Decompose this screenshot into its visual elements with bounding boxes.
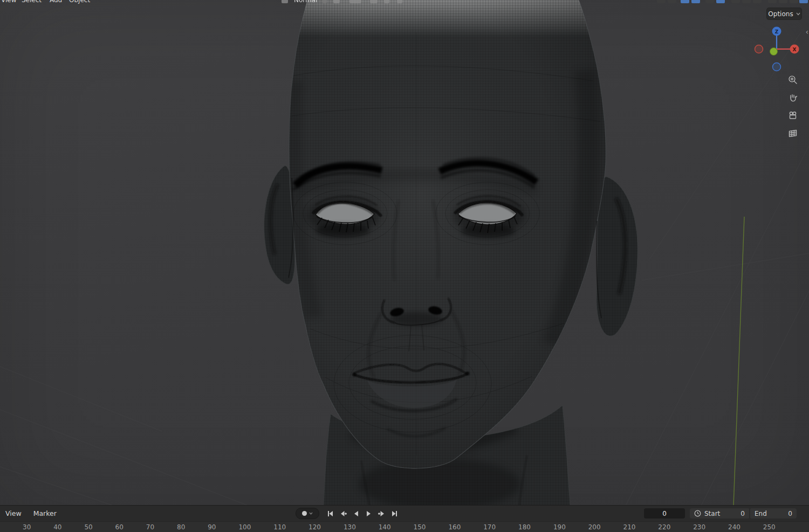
camera-view-button[interactable] — [785, 109, 800, 122]
axis-z-label: Z — [775, 29, 779, 34]
show-overlays-icon[interactable] — [668, 0, 676, 3]
frame-range-fields: 0 Start 0 End 0 — [644, 508, 797, 519]
clock-icon — [694, 510, 701, 517]
rendered-shading-icon[interactable] — [742, 0, 751, 3]
menu-select[interactable]: Select — [22, 0, 42, 4]
options-label: Options — [768, 10, 793, 18]
orientation-icon[interactable] — [282, 0, 288, 3]
start-frame-field[interactable]: Start 0 — [690, 508, 749, 519]
previous-keyframe-button[interactable] — [337, 508, 348, 520]
ruler-tick: 230 — [693, 523, 705, 531]
playback-controls — [296, 506, 400, 521]
axis-minus-x[interactable] — [755, 45, 763, 53]
ruler-tick: 60 — [115, 523, 124, 531]
options-dropdown[interactable]: Options — [767, 8, 801, 19]
jump-to-end-button[interactable] — [389, 508, 400, 520]
play-button[interactable] — [363, 508, 374, 520]
timeline-menu-marker[interactable]: Marker — [33, 509, 57, 517]
viewport-toggle3-icon[interactable] — [790, 0, 798, 3]
start-label: Start — [704, 510, 720, 517]
camera-view-icon — [787, 110, 798, 121]
orientation-dropdown[interactable]: Normal — [294, 0, 317, 4]
x-mirror-icon[interactable] — [397, 0, 402, 3]
end-frame-field[interactable]: End 0 — [750, 508, 797, 519]
ruler-tick: 250 — [763, 523, 776, 531]
start-value: 0 — [741, 510, 745, 517]
current-frame-field[interactable]: 0 — [644, 508, 685, 519]
ruler-tick: 110 — [273, 523, 286, 531]
menu-add[interactable]: Add — [50, 0, 62, 4]
record-dot-icon — [302, 511, 307, 516]
auto-keying-button[interactable] — [296, 508, 319, 519]
viewport-header-clipped: View Select Add Object Normal — [0, 0, 809, 4]
viewport-nav-tools — [785, 73, 800, 140]
menu-view[interactable]: View — [1, 0, 16, 4]
overlay-dropdown-icon[interactable] — [691, 0, 700, 3]
timeline-menus: View Marker — [5, 506, 57, 521]
previous-keyframe-icon — [339, 510, 347, 517]
viewport-toggle-icon[interactable] — [768, 0, 777, 3]
zoom-button[interactable] — [785, 73, 800, 86]
snapping-dropdown-icon[interactable] — [349, 0, 361, 3]
ruler-tick: 150 — [414, 523, 426, 531]
ruler-tick: 40 — [53, 523, 61, 531]
viewport-toggle4-icon[interactable] — [799, 0, 808, 3]
timeline-header: View Marker — [0, 506, 809, 521]
ruler-tick: 80 — [177, 523, 185, 531]
end-label: End — [755, 510, 767, 517]
axis-y[interactable] — [770, 48, 778, 56]
timeline-ruler[interactable]: 3040506070809010011012013014015016017018… — [0, 521, 809, 532]
proportional-editing-icon[interactable] — [370, 0, 378, 3]
ruler-tick: 180 — [518, 523, 531, 531]
navigation-gizmo[interactable]: Z X — [754, 26, 799, 72]
axis-minus-z[interactable] — [773, 63, 781, 71]
show-gizmo-icon[interactable] — [657, 0, 666, 3]
ruler-tick: 190 — [553, 523, 566, 531]
ruler-tick: 90 — [208, 523, 216, 531]
ruler-tick: 160 — [448, 523, 461, 531]
ruler-tick: 210 — [623, 523, 636, 531]
toggle-xray-icon[interactable] — [681, 0, 689, 3]
viewport-3d[interactable]: View Select Add Object Normal — [0, 0, 809, 506]
ruler-tick: 140 — [379, 523, 391, 531]
chevron-down-icon — [323, 0, 327, 3]
y-axis-line — [733, 217, 744, 506]
next-keyframe-icon — [378, 510, 386, 517]
timeline-editor: View Marker — [0, 505, 809, 532]
ruler-tick: 130 — [344, 523, 356, 531]
toggle-projection-button[interactable] — [785, 127, 800, 140]
wireframe-head-model[interactable] — [262, 0, 639, 506]
ruler-tick: 200 — [588, 523, 601, 531]
play-reverse-icon — [352, 510, 360, 517]
shading-dropdown-icon[interactable] — [753, 0, 762, 3]
ruler-tick: 170 — [483, 523, 496, 531]
pan-hand-icon — [787, 92, 798, 103]
chevron-down-icon — [309, 512, 313, 515]
jump-to-start-icon — [326, 510, 334, 517]
ruler-tick: 50 — [84, 523, 92, 531]
menu-object[interactable]: Object — [69, 0, 90, 4]
viewport-toggle2-icon[interactable] — [779, 0, 787, 3]
snap-magnet-icon[interactable] — [333, 0, 340, 3]
axis-x-label: X — [793, 47, 797, 52]
ruler-tick: 70 — [146, 523, 154, 531]
ruler-tick: 220 — [658, 523, 670, 531]
play-reverse-button[interactable] — [350, 508, 361, 520]
blender-window: View Select Add Object Normal — [0, 0, 809, 532]
sidebar-collapse-arrow[interactable]: ‹ — [805, 28, 808, 36]
material-shading-icon[interactable] — [731, 0, 740, 3]
jump-to-start-button[interactable] — [324, 508, 335, 520]
ruler-tick: 120 — [308, 523, 321, 531]
timeline-menu-view[interactable]: View — [5, 509, 22, 517]
ruler-tick: 240 — [728, 523, 741, 531]
toggle-projection-icon — [787, 128, 798, 139]
next-keyframe-button[interactable] — [376, 508, 387, 520]
falloff-icon[interactable] — [384, 0, 389, 3]
wireframe-shading-icon[interactable] — [705, 0, 714, 3]
pan-button[interactable] — [785, 91, 800, 104]
zoom-icon — [787, 74, 798, 85]
jump-to-end-icon — [391, 510, 399, 517]
solid-shading-icon[interactable] — [716, 0, 725, 3]
ruler-tick: 30 — [23, 523, 31, 531]
chevron-down-icon — [796, 12, 800, 16]
